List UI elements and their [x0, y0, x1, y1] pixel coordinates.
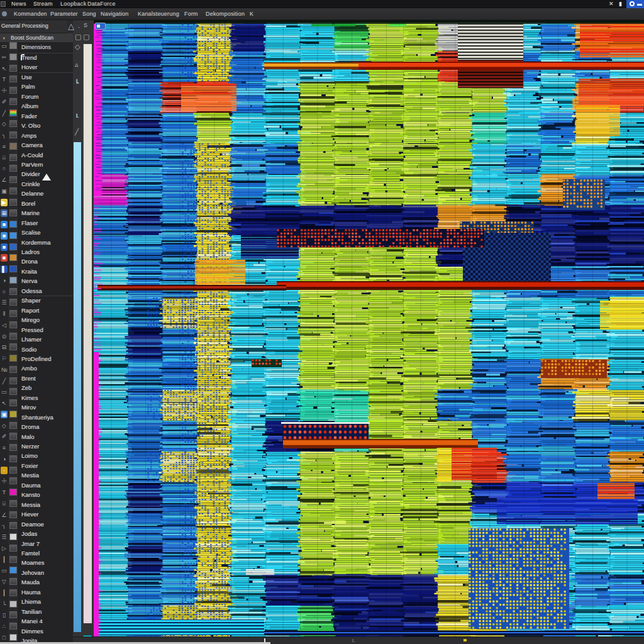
thumbnail[interactable]: [9, 522, 17, 529]
thumbnail[interactable]: [9, 109, 17, 116]
list-item[interactable]: Loimo: [21, 452, 72, 462]
thumbnail[interactable]: [9, 75, 17, 82]
list-item[interactable]: Raport: [21, 307, 72, 316]
thumbnail[interactable]: [9, 455, 17, 462]
thumbnail[interactable]: [9, 500, 17, 507]
thumbnail[interactable]: [9, 533, 17, 540]
close-icon[interactable]: ✕: [609, 1, 614, 7]
tool-icon[interactable]: ■: [1, 221, 8, 228]
thumbnail[interactable]: [9, 98, 17, 105]
list-item[interactable]: Nerva: [21, 277, 72, 287]
thumbnail[interactable]: [9, 165, 17, 172]
tool-icon[interactable]: ⊞: [1, 209, 8, 217]
thumbnail[interactable]: [9, 467, 17, 474]
list-item[interactable]: Ladros: [21, 248, 72, 258]
tool-icon[interactable]: ↖: [1, 399, 8, 407]
list-item[interactable]: Brent: [21, 375, 72, 384]
thumbnail[interactable]: [9, 411, 17, 418]
list-item[interactable]: Kimes: [21, 394, 72, 404]
list-item[interactable]: Trend: [21, 54, 72, 64]
tool-icon[interactable]: ∠: [1, 176, 8, 184]
menu-item[interactable]: Loopback: [60, 1, 86, 7]
tool-icon[interactable]: ⊙: [1, 333, 8, 340]
thumbnail[interactable]: [9, 601, 17, 608]
list-item[interactable]: Kordemma: [21, 239, 72, 248]
thumbnail[interactable]: [9, 131, 17, 138]
thumbnail[interactable]: [9, 634, 17, 641]
tool-icon[interactable]: ☰: [1, 299, 8, 306]
list-item[interactable]: Zeb: [21, 384, 72, 394]
tool-icon[interactable]: ○: [1, 165, 8, 172]
list-item[interactable]: Forum: [21, 93, 72, 103]
panel-icon[interactable]: △: [68, 21, 74, 31]
tool-icon[interactable]: ▣: [1, 411, 8, 418]
list-item[interactable]: Use: [21, 74, 72, 83]
thumbnail[interactable]: [9, 366, 17, 373]
tool-icon[interactable]: ☩: [1, 87, 8, 94]
panel-icon[interactable]: ▢: [75, 33, 81, 41]
thumbnail[interactable]: [9, 377, 17, 384]
list-item[interactable]: Dauma: [21, 482, 72, 491]
tool-icon[interactable]: ⌹: [1, 154, 8, 162]
list-item[interactable]: Mirov: [21, 404, 72, 413]
thumbnail[interactable]: [9, 556, 17, 563]
thumbnail[interactable]: [9, 589, 17, 596]
thumbnail[interactable]: [9, 388, 17, 395]
tool-icon[interactable]: №: [1, 366, 8, 374]
thumbnail[interactable]: [9, 243, 17, 250]
tool-icon[interactable]: ▽: [1, 578, 8, 586]
thumbnail[interactable]: [9, 265, 17, 272]
toolbar-item[interactable]: Navigation: [101, 11, 129, 17]
tool-icon[interactable]: ○: [1, 288, 8, 296]
menu-item[interactable]: News: [11, 1, 26, 7]
tool-icon[interactable]: ╱: [1, 109, 8, 117]
tool-icon[interactable]: ◑: [1, 455, 8, 463]
toolbar-item[interactable]: Kommanden: [14, 11, 47, 17]
tool-icon[interactable]: ▌: [1, 265, 8, 273]
tool-icon[interactable]: ⚐: [1, 355, 8, 362]
tool-icon[interactable]: □: [1, 634, 8, 641]
thumbnail[interactable]: [9, 53, 17, 60]
toolbar-item[interactable]: Parameter: [50, 11, 78, 17]
thumbnail[interactable]: [9, 611, 17, 618]
list-item[interactable]: Jehovan: [21, 569, 72, 579]
list-item[interactable]: Manei 4: [21, 618, 72, 627]
thumbnail[interactable]: [9, 355, 17, 362]
tool-icon[interactable]: ▣: [1, 187, 8, 195]
tool-icon[interactable]: ┃: [1, 589, 8, 597]
panel-icon[interactable]: ·: [78, 24, 80, 31]
tool-icon[interactable]: ╱: [1, 377, 8, 385]
menu-item[interactable]: DataForce: [87, 1, 116, 7]
list-item[interactable]: Palm: [21, 83, 72, 92]
thumbnail[interactable]: [9, 333, 17, 340]
thumbnail[interactable]: [9, 578, 17, 585]
list-item[interactable]: Lhamer: [21, 336, 72, 345]
list-item[interactable]: Mauda: [21, 579, 72, 588]
list-item[interactable]: V. Olso: [21, 122, 72, 131]
tool-icon[interactable]: ⌹: [1, 500, 8, 508]
list-item[interactable]: Jmar 7: [21, 540, 72, 550]
panel-subtitle-bar[interactable]: ◖ Boost SoundScan: [0, 33, 73, 43]
thumbnail[interactable]: [9, 42, 17, 49]
tool-icon[interactable]: ↖: [1, 65, 8, 72]
tool-icon[interactable]: └: [1, 601, 8, 608]
thumbnail[interactable]: [9, 288, 17, 295]
tool-icon[interactable]: ▷: [1, 545, 8, 552]
tool-icon[interactable]: ■: [1, 254, 8, 262]
thumbnail[interactable]: [9, 545, 17, 552]
list-item[interactable]: Hauma: [21, 589, 72, 598]
list-item[interactable]: Flaser: [21, 219, 72, 229]
thumbnail[interactable]: [9, 489, 17, 496]
tool-icon[interactable]: ◇: [1, 422, 8, 430]
tool-icon[interactable]: ∠: [1, 511, 8, 519]
thumbnail[interactable]: [9, 254, 17, 261]
panel-icon[interactable]: ◇: [75, 43, 80, 51]
panel-icon[interactable]: ┗: [75, 79, 79, 86]
list-item[interactable]: Amps: [21, 132, 72, 142]
list-item[interactable]: Kansto: [21, 491, 72, 501]
list-item[interactable]: Mestia: [21, 472, 72, 481]
tool-icon[interactable]: ‖: [1, 310, 8, 318]
tool-icon[interactable]: T: [1, 489, 8, 496]
list-item[interactable]: Nerzer: [21, 443, 72, 452]
panel-title-bar[interactable]: General Processing: [0, 20, 67, 33]
